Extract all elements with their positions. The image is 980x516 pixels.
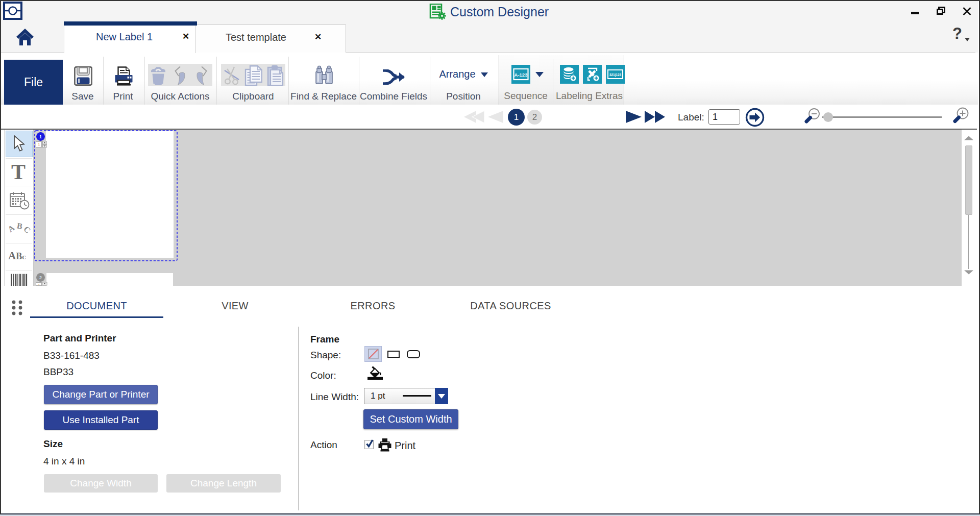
svg-text:321|123: 321|123 (609, 73, 621, 77)
svg-text:ABC: ABC (8, 221, 31, 236)
svg-text:A-123: A-123 (514, 72, 528, 78)
